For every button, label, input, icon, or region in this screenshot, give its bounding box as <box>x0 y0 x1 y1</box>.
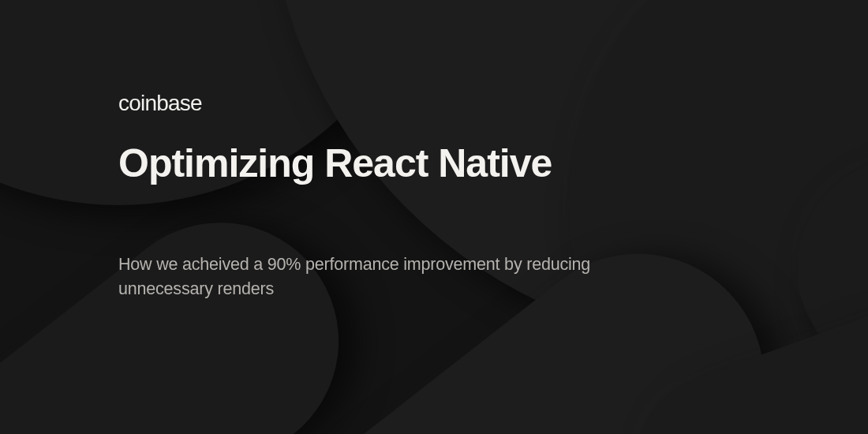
hero-content: coinbase Optimizing React Native How we … <box>0 0 868 434</box>
brand-logo-text: coinbase <box>118 91 750 116</box>
page-title: Optimizing React Native <box>118 143 750 185</box>
page-subtitle: How we acheived a 90% performance improv… <box>118 253 623 301</box>
